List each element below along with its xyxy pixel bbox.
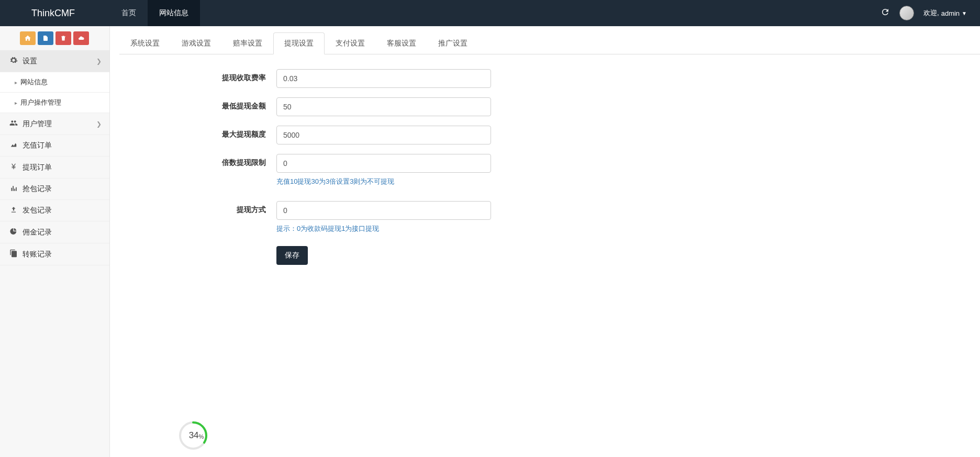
label-min-withdraw: 最低提现金额	[119, 97, 276, 111]
topbar-right: 欢迎, admin ▼	[881, 6, 980, 20]
nav-home[interactable]: 首页	[110, 0, 148, 26]
chart-area-icon	[8, 141, 19, 150]
tab-odds[interactable]: 赔率设置	[222, 32, 273, 54]
trash-icon-button[interactable]	[55, 31, 71, 45]
avatar[interactable]	[899, 6, 914, 20]
sidebar-sub-site-info[interactable]: 网站信息	[0, 72, 109, 93]
nav-site-info[interactable]: 网站信息	[148, 0, 200, 26]
progress-ring: 34%	[178, 420, 215, 457]
label-fee-rate: 提现收取费率	[119, 69, 276, 83]
sidebar-item-send[interactable]: 发包记录	[0, 200, 109, 221]
sidebar-item-withdraw[interactable]: 提现订单	[0, 157, 109, 179]
sidebar-item-label: 提现订单	[23, 163, 52, 172]
sidebar-item-user-manage[interactable]: 用户管理 ❯	[0, 113, 109, 135]
sidebar-btn-row	[0, 26, 109, 50]
main-content: 系统设置 游戏设置 赔率设置 提现设置 支付设置 客服设置 推广设置 提现收取费…	[110, 26, 980, 457]
users-icon	[8, 119, 19, 129]
input-min-withdraw[interactable]	[276, 97, 491, 116]
sidebar-item-label: 充值订单	[23, 141, 52, 150]
bar-chart-icon	[8, 185, 19, 194]
cloud-icon-button[interactable]	[73, 31, 89, 45]
yen-icon	[8, 162, 19, 172]
file-icon-button[interactable]	[38, 31, 53, 45]
save-button[interactable]: 保存	[276, 246, 308, 265]
tab-pay[interactable]: 支付设置	[325, 32, 376, 54]
sidebar-item-transfer[interactable]: 转账记录	[0, 243, 109, 265]
sidebar-item-settings[interactable]: 设置 ❯	[0, 50, 109, 72]
sidebar-item-commission[interactable]: 佣金记录	[0, 221, 109, 243]
hint-multiple-limit: 充值10提现30为3倍设置3则为不可提现	[276, 177, 491, 186]
input-fee-rate[interactable]	[276, 69, 491, 88]
sidebar-item-label: 用户管理	[23, 119, 52, 129]
pie-chart-icon	[8, 227, 19, 237]
copy-icon	[8, 249, 19, 259]
input-max-withdraw[interactable]	[276, 126, 491, 144]
label-max-withdraw: 最大提现额度	[119, 126, 276, 139]
input-withdraw-method[interactable]	[276, 201, 491, 220]
top-nav: 首页 网站信息	[110, 0, 200, 26]
sidebar-item-label: 发包记录	[23, 206, 52, 215]
tab-system[interactable]: 系统设置	[119, 32, 171, 54]
sidebar-item-grab[interactable]: 抢包记录	[0, 179, 109, 200]
brand[interactable]: ThinkCMF	[0, 8, 110, 19]
progress-suffix: %	[199, 433, 204, 440]
tab-withdraw[interactable]: 提现设置	[273, 32, 325, 54]
hint-withdraw-method: 提示：0为收款码提现1为接口提现	[276, 224, 491, 233]
sidebar-item-label: 转账记录	[23, 250, 52, 259]
refresh-icon[interactable]	[881, 7, 890, 19]
sidebar-item-recharge[interactable]: 充值订单	[0, 135, 109, 157]
progress-value: 34	[189, 430, 199, 441]
welcome-greet: 欢迎,	[923, 8, 939, 18]
welcome-dropdown[interactable]: 欢迎, admin ▼	[923, 8, 967, 18]
withdraw-form: 提现收取费率 最低提现金额 最大提现额度 倍数提现限制 充值10提现30为3倍设…	[119, 54, 980, 265]
label-withdraw-method: 提现方式	[119, 201, 276, 215]
chevron-right-icon: ❯	[96, 120, 102, 128]
input-multiple-limit[interactable]	[276, 154, 491, 173]
tab-service[interactable]: 客服设置	[376, 32, 427, 54]
upload-icon	[8, 206, 19, 215]
tabs: 系统设置 游戏设置 赔率设置 提现设置 支付设置 客服设置 推广设置	[119, 32, 980, 54]
chevron-right-icon: ❯	[96, 58, 102, 65]
sidebar-item-label: 抢包记录	[23, 184, 52, 194]
label-multiple-limit: 倍数提现限制	[119, 154, 276, 168]
welcome-user: admin	[941, 9, 960, 17]
caret-down-icon: ▼	[962, 10, 967, 16]
topbar: ThinkCMF 首页 网站信息 欢迎, admin ▼	[0, 0, 980, 26]
sidebar-item-label: 佣金记录	[23, 228, 52, 237]
gears-icon	[8, 56, 19, 66]
progress-text: 34%	[178, 420, 215, 451]
sidebar: 设置 ❯ 网站信息 用户操作管理 用户管理 ❯ 充值订单 提现订单	[0, 26, 110, 457]
sidebar-item-label: 设置	[23, 57, 37, 66]
home-icon-button[interactable]	[20, 31, 36, 45]
sidebar-sub-user-op[interactable]: 用户操作管理	[0, 93, 109, 113]
tab-game[interactable]: 游戏设置	[171, 32, 222, 54]
tab-promo[interactable]: 推广设置	[427, 32, 478, 54]
